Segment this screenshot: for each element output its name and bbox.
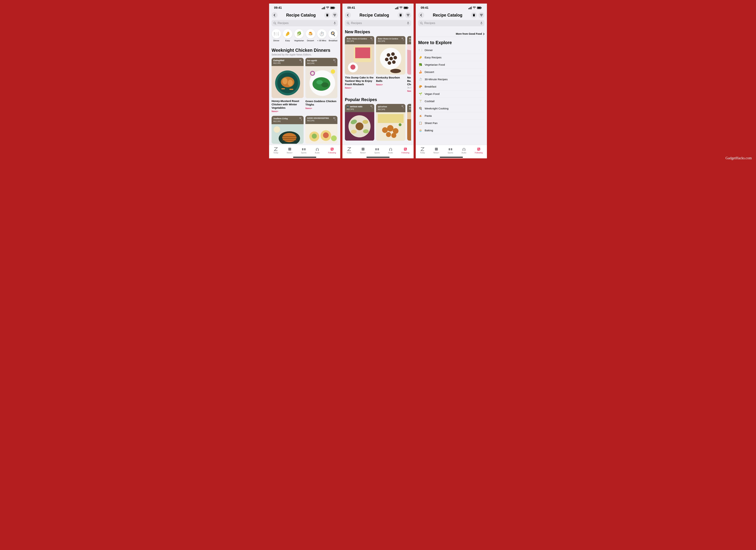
- recipe-card-partial[interactable]: bonREC: [407, 104, 411, 141]
- seedling-icon: 🌱: [419, 92, 422, 96]
- explore-label: Weeknight Cooking: [425, 107, 448, 110]
- recipe-card[interactable]: 📷 serious eatsRECIPE: [345, 104, 374, 141]
- utensils-icon: [370, 105, 373, 109]
- recipe-card[interactable]: bon appétit RECIPE Green Goddess Chicken…: [305, 58, 337, 113]
- recipe-image: [272, 124, 304, 144]
- recipe-card[interactable]: Better Homes & GardensRECIPE Kentucky Bo…: [376, 36, 405, 92]
- chip-easy[interactable]: 🤌Easy: [283, 29, 292, 42]
- search-input[interactable]: [351, 21, 405, 25]
- tab-sports[interactable]: Sports: [301, 147, 306, 154]
- tab-today[interactable]: Today: [347, 147, 352, 154]
- tab-sports[interactable]: Sports: [374, 147, 380, 154]
- back-button[interactable]: [418, 12, 424, 18]
- status-bar: 09:41: [269, 4, 340, 12]
- explore-item-dinner[interactable]: 🍽️Dinner: [418, 47, 484, 54]
- recipe-card[interactable]: Southern Living RECIPE: [272, 116, 304, 144]
- more-from-link[interactable]: More from Good Food: [418, 28, 484, 37]
- popular-recipes-row[interactable]: 📷 serious eatsRECIPE epicuriousRECIPE bo…: [345, 104, 411, 141]
- recipe-card[interactable]: EatingWell RECIPE Honey-Mustard Roast Ch…: [272, 58, 304, 113]
- section-title: Weeknight Chicken Dinners: [272, 48, 338, 53]
- saved-button[interactable]: [471, 12, 477, 18]
- tab-following[interactable]: Following: [475, 147, 483, 154]
- tab-audio[interactable]: Audio: [315, 147, 320, 154]
- recipe-card[interactable]: epicuriousRECIPE: [376, 104, 405, 141]
- explore-item-sheetpan[interactable]: 📋Sheet Pan: [418, 120, 484, 127]
- recipe-image: [272, 66, 304, 98]
- explore-item-easy[interactable]: 🤌Easy Recipes: [418, 54, 484, 61]
- search-input[interactable]: [278, 21, 332, 25]
- tab-today[interactable]: Today: [273, 147, 278, 154]
- tab-newsplus[interactable]: News+: [360, 147, 366, 154]
- explore-item-30min[interactable]: ⏱️30-Minute Recipes: [418, 76, 484, 83]
- tab-following[interactable]: Following: [401, 147, 409, 154]
- leaf-icon: 🥬: [294, 29, 304, 38]
- publisher-label: 📷 serious eats: [347, 105, 372, 108]
- recipe-card[interactable]: Better Homes & GardensRECIPE This Dump C…: [345, 36, 374, 92]
- svg-rect-94: [435, 148, 438, 151]
- svg-point-25: [282, 133, 296, 142]
- recipe-tag: RECIPE: [273, 120, 302, 122]
- cellular-icon: [395, 7, 398, 9]
- back-button[interactable]: [345, 12, 351, 18]
- wifi-icon: [473, 7, 476, 9]
- page-title: Recipe Catalog: [426, 13, 469, 18]
- nav-header: Recipe Catalog: [342, 12, 414, 19]
- filter-button[interactable]: [405, 12, 411, 18]
- chip-30mins[interactable]: ⏱️< 30 Mins: [317, 29, 326, 42]
- tab-sports[interactable]: Sports: [448, 147, 453, 154]
- svg-rect-4: [326, 15, 328, 16]
- recipe-card[interactable]: GOOD HOUSEKEEPING RECIPE: [305, 116, 337, 144]
- publisher-label: bon: [409, 105, 411, 107]
- saved-button[interactable]: [398, 12, 404, 18]
- mic-icon[interactable]: [480, 22, 483, 25]
- search-bar[interactable]: [272, 20, 338, 26]
- mic-icon[interactable]: [407, 22, 409, 25]
- tab-audio[interactable]: Audio: [461, 147, 466, 154]
- publisher-label: Southern Living: [273, 117, 302, 120]
- explore-label: Vegetarian Food: [425, 63, 445, 66]
- tab-today[interactable]: Today: [420, 147, 425, 154]
- sports-icon: [375, 147, 379, 151]
- tab-following[interactable]: Following: [328, 147, 336, 154]
- status-bar: 09:41: [342, 4, 414, 12]
- explore-label: Cocktail: [425, 100, 434, 103]
- tab-audio[interactable]: Audio: [388, 147, 393, 154]
- battery-icon: [404, 7, 409, 9]
- saved-button[interactable]: [324, 12, 330, 18]
- phone-2: 09:41 Recipe Catalog New Recipes Be: [342, 4, 414, 158]
- search-bar[interactable]: [345, 20, 411, 26]
- page-title: Recipe Catalog: [279, 13, 323, 18]
- search-bar[interactable]: [418, 20, 484, 26]
- explore-item-breakfast[interactable]: 🥐Breakfast: [418, 83, 484, 90]
- explore-item-vegetarian[interactable]: 🥦Vegetarian Food: [418, 61, 484, 69]
- svg-rect-80: [362, 148, 364, 151]
- back-button[interactable]: [272, 12, 278, 18]
- tab-newsplus[interactable]: News+: [287, 147, 292, 154]
- screenshot-triptych: 09:41 Recipe Catalog: [4, 4, 752, 158]
- recipe-image: [305, 124, 337, 144]
- new-recipes-row[interactable]: Better Homes & GardensRECIPE This Dump C…: [345, 36, 411, 92]
- chip-breakfast[interactable]: 🍳Breakfast: [328, 29, 338, 42]
- explore-item-cocktail[interactable]: 🍸Cocktail: [418, 98, 484, 105]
- recipe-image: [345, 112, 374, 141]
- explore-item-baking[interactable]: 🧁Baking: [418, 127, 484, 134]
- watermark: GadgetHacks.com: [726, 156, 752, 160]
- recipe-card-partial[interactable]: SirREC No-Ba… Chees… 7h 7m News: [407, 36, 411, 92]
- svg-rect-84: [391, 149, 392, 151]
- recipe-title: Kentucky Bourbon Balls: [376, 76, 405, 83]
- recipe-image: [376, 44, 405, 75]
- chip-vegetarian[interactable]: 🥬Vegetarian: [294, 29, 304, 42]
- explore-item-weeknight[interactable]: 🍳Weeknight Cooking: [418, 105, 484, 112]
- chip-dessert[interactable]: 🍮Dessert: [306, 29, 315, 42]
- explore-item-dessert[interactable]: 🍰Dessert: [418, 69, 484, 76]
- tab-newsplus[interactable]: News+: [433, 147, 439, 154]
- filter-button[interactable]: [332, 12, 338, 18]
- chip-dinner[interactable]: 🍽️Dinner: [272, 29, 281, 42]
- mic-icon[interactable]: [334, 22, 336, 25]
- filter-button[interactable]: [478, 12, 484, 18]
- explore-item-vegan[interactable]: 🌱Vegan Food: [418, 90, 484, 98]
- explore-item-pasta[interactable]: 🍝Pasta: [418, 112, 484, 120]
- recipe-tag: RECIPE: [378, 40, 404, 42]
- search-input[interactable]: [424, 21, 479, 25]
- svg-point-69: [363, 129, 369, 133]
